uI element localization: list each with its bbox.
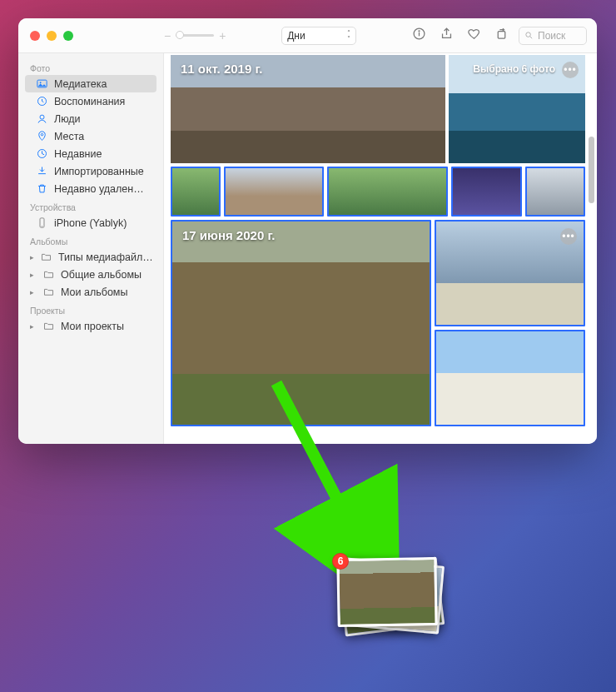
photo-thumb[interactable]	[327, 167, 448, 217]
photo-thumb[interactable]	[224, 167, 324, 217]
folder-icon	[42, 268, 55, 281]
search-placeholder: Поиск	[538, 30, 565, 42]
more-button[interactable]: •••	[560, 228, 577, 245]
trash-icon	[36, 182, 48, 195]
search-icon	[524, 31, 534, 40]
zoom-slider[interactable]: − +	[164, 29, 226, 42]
section-title: Фото	[25, 58, 156, 75]
close-button[interactable]	[30, 31, 40, 41]
section-title: Альбомы	[25, 231, 156, 248]
import-icon	[36, 165, 48, 177]
view-mode-select[interactable]: Дни ˄˅	[281, 27, 356, 45]
zoom-thumb[interactable]	[176, 31, 184, 39]
toolbar: − + Дни ˄˅ Поиск	[164, 27, 597, 45]
sidebar-item-my-albums[interactable]: ▸ Мои альбомы	[25, 283, 156, 301]
folder-icon	[42, 286, 55, 298]
share-icon[interactable]	[440, 27, 454, 44]
sidebar-item-imports[interactable]: Импортированные	[25, 162, 156, 180]
photos-icon	[36, 77, 48, 90]
photo-tile[interactable]: 17 июня 2020 г.	[171, 220, 431, 426]
scrollbar[interactable]	[589, 137, 594, 203]
photo-thumb[interactable]	[171, 167, 221, 217]
zoom-track[interactable]	[176, 34, 214, 37]
places-icon	[36, 130, 48, 142]
info-icon[interactable]	[412, 27, 426, 44]
svg-line-5	[530, 37, 532, 38]
svg-point-10	[41, 133, 43, 136]
content-area: 11 окт. 2019 г. Выбрано 6 фото •••	[164, 53, 597, 444]
sidebar-item-places[interactable]: Места	[25, 127, 156, 145]
sidebar-item-my-projects[interactable]: ▸ Мои проекты	[25, 317, 156, 335]
sidebar-item-recents[interactable]: Недавние	[25, 145, 156, 162]
svg-point-7	[40, 82, 42, 83]
photo-thumb[interactable]	[451, 167, 522, 217]
folder-icon	[42, 320, 55, 332]
svg-point-4	[526, 32, 531, 37]
iphone-icon	[36, 217, 48, 229]
disclosure-icon[interactable]: ▸	[30, 253, 34, 261]
sidebar-item-people[interactable]: Люди	[25, 110, 156, 127]
traffic-lights	[18, 31, 164, 41]
svg-point-9	[40, 115, 44, 119]
drag-stack[interactable]: 6	[337, 558, 441, 633]
sidebar-item-shared-albums[interactable]: ▸ Общие альбомы	[25, 266, 156, 283]
minimize-button[interactable]	[47, 31, 57, 41]
chevron-updown-icon: ˄˅	[347, 30, 350, 42]
photo-tile[interactable]: •••	[435, 220, 585, 326]
sidebar-item-media-types[interactable]: ▸ Типы медиафайл…	[25, 248, 156, 266]
section-title: Проекты	[25, 301, 156, 317]
sidebar: Фото Медиатека Воспоминания Люди Места	[18, 53, 164, 444]
selection-count-label: Выбрано 6 фото	[473, 63, 555, 75]
rotate-icon[interactable]	[494, 27, 509, 44]
people-icon	[36, 112, 48, 125]
svg-rect-3	[498, 32, 505, 39]
disclosure-icon[interactable]: ▸	[30, 288, 37, 296]
titlebar: − + Дни ˄˅ Поиск	[18, 18, 597, 53]
photo-tile[interactable]	[435, 330, 585, 426]
section-title: Устройства	[25, 197, 156, 214]
photo-thumb[interactable]	[525, 167, 585, 217]
sidebar-item-library[interactable]: Медиатека	[25, 75, 156, 92]
zoom-button[interactable]	[63, 31, 73, 41]
date-label: 17 июня 2020 г.	[182, 228, 275, 242]
memories-icon	[36, 95, 48, 107]
photos-window: − + Дни ˄˅ Поиск Фото	[18, 18, 597, 444]
zoom-in-icon: +	[219, 29, 226, 42]
photo-tile[interactable]: Выбрано 6 фото •••	[449, 55, 585, 163]
view-mode-label: Дни	[287, 30, 305, 42]
favorite-icon[interactable]	[467, 27, 481, 44]
more-button[interactable]: •••	[562, 62, 579, 78]
sidebar-item-memories[interactable]: Воспоминания	[25, 92, 156, 110]
disclosure-icon[interactable]: ▸	[30, 271, 37, 279]
zoom-out-icon: −	[164, 29, 171, 42]
folder-icon	[40, 251, 52, 263]
svg-point-2	[419, 31, 420, 32]
disclosure-icon[interactable]: ▸	[30, 322, 37, 331]
drag-count-badge: 6	[332, 553, 349, 570]
search-input[interactable]: Поиск	[519, 27, 587, 45]
photo-tile[interactable]: 11 окт. 2019 г.	[171, 55, 445, 163]
clock-icon	[36, 147, 48, 160]
sidebar-item-deleted[interactable]: Недавно удален…	[25, 180, 156, 197]
sidebar-item-device[interactable]: iPhone (Yablyk)	[25, 214, 156, 231]
date-label: 11 окт. 2019 г.	[181, 62, 262, 76]
